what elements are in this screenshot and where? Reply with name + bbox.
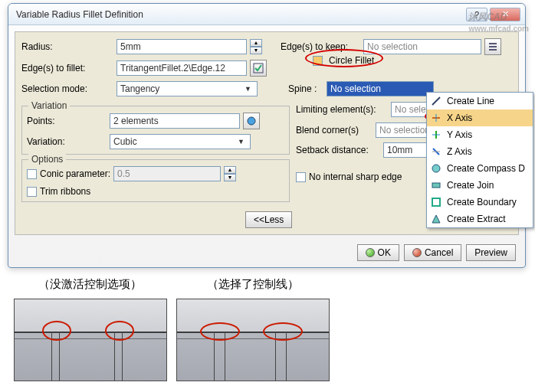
chevron-down-icon: ▼ bbox=[242, 85, 254, 93]
dialog-title: Variable Radius Fillet Definition bbox=[16, 9, 143, 20]
dialog-buttons: OK Cancel Preview bbox=[357, 244, 516, 261]
boundary-icon bbox=[430, 196, 442, 208]
y-axis-icon bbox=[430, 129, 442, 141]
menu-create-line[interactable]: Create Line bbox=[427, 93, 533, 109]
svg-rect-16 bbox=[432, 198, 440, 206]
edges-keep-input[interactable]: No selection bbox=[363, 39, 481, 54]
trim-ribbons-checkbox[interactable]: Trim ribbons bbox=[27, 186, 90, 197]
cancel-button[interactable]: Cancel bbox=[404, 244, 461, 261]
points-input[interactable]: 2 elements bbox=[110, 113, 240, 129]
svg-point-14 bbox=[432, 165, 440, 172]
list-icon bbox=[253, 63, 264, 74]
radius-label: Radius: bbox=[21, 41, 113, 52]
sphere-icon bbox=[246, 116, 257, 126]
preview-button[interactable]: Preview bbox=[466, 244, 516, 261]
variation-legend: Variation bbox=[28, 100, 70, 111]
svg-rect-2 bbox=[489, 49, 497, 51]
window-controls: ? ✕ bbox=[466, 8, 520, 21]
titlebar[interactable]: Variable Radius Fillet Definition ? ✕ bbox=[8, 4, 525, 25]
options-legend: Options bbox=[28, 154, 66, 165]
chevron-down-icon: ▼ bbox=[235, 138, 247, 145]
cancel-dot-icon bbox=[412, 248, 422, 257]
menu-create-boundary[interactable]: Create Boundary bbox=[427, 194, 533, 211]
svg-rect-15 bbox=[432, 183, 440, 188]
menu-y-axis[interactable]: Y Axis bbox=[427, 126, 533, 143]
spine-label: Spine : bbox=[288, 83, 323, 94]
extract-icon bbox=[430, 213, 442, 225]
selection-mode-dropdown[interactable]: Tangency▼ bbox=[117, 81, 258, 96]
no-internal-sharp-edge-checkbox[interactable]: No internal sharp edge bbox=[296, 172, 402, 182]
spine-input[interactable]: No selection bbox=[327, 81, 434, 96]
edges-keep-list-icon[interactable] bbox=[484, 38, 501, 55]
join-icon bbox=[430, 179, 442, 191]
edges-fillet-list-icon[interactable] bbox=[250, 60, 267, 77]
less-button[interactable]: <<Less bbox=[245, 211, 292, 228]
checkbox-icon bbox=[313, 56, 323, 66]
z-axis-icon bbox=[430, 145, 442, 158]
compass-icon bbox=[430, 162, 442, 175]
conic-spinner[interactable]: ▲▼ bbox=[224, 166, 236, 181]
setback-distance-label: Setback distance: bbox=[296, 145, 380, 155]
edges-keep-label: Edge(s) to keep: bbox=[281, 41, 360, 52]
menu-z-axis[interactable]: Z Axis bbox=[427, 143, 533, 160]
points-label: Points: bbox=[27, 116, 107, 126]
menu-create-join[interactable]: Create Join bbox=[427, 177, 533, 194]
blend-corners-label: Blend corner(s) bbox=[296, 125, 373, 136]
variation-label: Variation: bbox=[27, 136, 107, 147]
menu-create-extract[interactable]: Create Extract bbox=[427, 211, 533, 227]
svg-point-4 bbox=[248, 117, 255, 125]
svg-rect-0 bbox=[489, 43, 497, 44]
circle-fillet-checkbox[interactable]: Circle Fillet bbox=[313, 55, 374, 66]
menu-x-axis[interactable]: X Axis bbox=[427, 109, 533, 126]
variation-group: Variation Points: 2 elements Variation: … bbox=[21, 106, 290, 155]
ok-dot-icon bbox=[366, 248, 375, 257]
limiting-elements-label: Limiting element(s): bbox=[296, 104, 388, 115]
variation-dropdown[interactable]: Cubic▼ bbox=[110, 134, 251, 149]
menu-create-compass[interactable]: Create Compass D bbox=[427, 160, 533, 177]
conic-parameter-input: 0.5 bbox=[113, 166, 221, 181]
options-group: Options Conic parameter: 0.5 ▲▼ Trim rib… bbox=[21, 159, 290, 202]
edges-fillet-input[interactable]: TritangentFillet.2\Edge.12 bbox=[117, 60, 247, 76]
caption-left: （没激活控制选项） bbox=[38, 277, 142, 292]
radius-input[interactable]: 5mm bbox=[117, 39, 247, 54]
svg-line-7 bbox=[432, 97, 440, 105]
radius-spinner[interactable]: ▲▼ bbox=[250, 39, 262, 54]
x-axis-icon bbox=[430, 112, 442, 124]
help-button[interactable]: ? bbox=[466, 8, 487, 21]
selection-mode-label: Selection mode: bbox=[21, 83, 113, 94]
thumbnail-before bbox=[14, 299, 167, 381]
list-icon bbox=[487, 41, 498, 52]
caption-right: （选择了控制线） bbox=[207, 277, 299, 292]
conic-parameter-checkbox[interactable]: Conic parameter: bbox=[27, 168, 110, 179]
points-list-icon[interactable] bbox=[243, 113, 260, 129]
line-icon bbox=[430, 95, 442, 107]
thumbnail-after bbox=[176, 299, 330, 381]
svg-rect-1 bbox=[489, 46, 497, 47]
context-menu: Create Line X Axis Y Axis Z Axis Create … bbox=[426, 92, 533, 228]
ok-button[interactable]: OK bbox=[357, 244, 399, 261]
edges-fillet-label: Edge(s) to fillet: bbox=[21, 63, 113, 74]
close-button[interactable]: ✕ bbox=[490, 8, 520, 21]
